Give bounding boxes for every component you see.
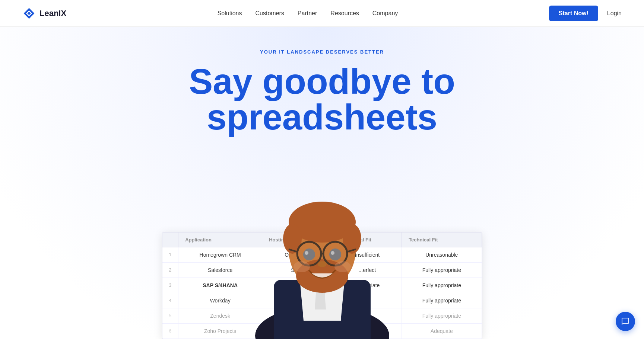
hero-section: YOUR IT LANDSCAPE DESERVES BETTER Say go… xyxy=(0,27,644,339)
table-header-row: Application Hosting Functional Fit Techn… xyxy=(162,232,482,247)
col-technical: Technical Fit xyxy=(402,232,482,247)
cell-3-4: Fully appropriate xyxy=(402,293,482,308)
nav-link-resources[interactable]: Resources xyxy=(330,10,359,17)
table-row: 1Homegrown CRMOn-Prem...InsufficientUnre… xyxy=(162,247,482,263)
cell-1-3: ...erfect xyxy=(333,263,402,278)
cell-2-0: 3 xyxy=(162,278,178,293)
cell-0-4: Unreasonable xyxy=(402,247,482,263)
cell-1-0: 2 xyxy=(162,263,178,278)
hero-headline-line1: Say goodbye to xyxy=(189,61,455,101)
spreadsheet-table: Application Hosting Functional Fit Techn… xyxy=(162,232,482,339)
cell-2-2: Private Clou... xyxy=(262,278,333,293)
cell-2-4: Fully appropriate xyxy=(402,278,482,293)
cell-3-1: Workday xyxy=(178,293,262,308)
spreadsheet-table-container: Application Hosting Functional Fit Techn… xyxy=(162,232,482,339)
hero-headline: Say goodbye to spreadsheets xyxy=(7,64,637,135)
table-row: 3SAP S/4HANAPrivate Clou......propriateF… xyxy=(162,278,482,293)
login-link[interactable]: Login xyxy=(607,10,622,17)
cell-1-2: SaaS xyxy=(262,263,333,278)
cell-5-3 xyxy=(333,324,402,339)
col-application: Application xyxy=(178,232,262,247)
cell-5-0: 6 xyxy=(162,324,178,339)
cell-5-1: Zoho Projects xyxy=(178,324,262,339)
nav-links: Solutions Customers Partner Resources Co… xyxy=(218,10,398,17)
cell-4-0: 5 xyxy=(162,308,178,324)
nav-actions: Start Now! Login xyxy=(549,6,622,21)
hero-headline-line2: spreadsheets xyxy=(207,97,437,137)
cell-3-2: SaaS xyxy=(262,293,333,308)
cell-0-2: On-Prem... xyxy=(262,247,333,263)
logo[interactable]: LeanIX xyxy=(22,7,66,20)
cell-5-2 xyxy=(262,324,333,339)
cell-2-1: SAP S/4HANA xyxy=(178,278,262,293)
table-row: 2SalesforceSaaS...erfectFully appropriat… xyxy=(162,263,482,278)
cell-1-1: Salesforce xyxy=(178,263,262,278)
cell-0-3: Insufficient xyxy=(333,247,402,263)
cell-0-1: Homegrown CRM xyxy=(178,247,262,263)
table-row: 4WorkdaySaaSFully appropriate xyxy=(162,293,482,308)
navbar: LeanIX Solutions Customers Partner Resou… xyxy=(0,0,644,27)
col-num xyxy=(162,232,178,247)
col-functional: Functional Fit xyxy=(333,232,402,247)
cell-4-2: SaaS xyxy=(262,308,333,324)
nav-link-customers[interactable]: Customers xyxy=(256,10,284,17)
nav-link-solutions[interactable]: Solutions xyxy=(218,10,242,17)
cell-4-3 xyxy=(333,308,402,324)
cell-3-0: 4 xyxy=(162,293,178,308)
table-row: 6Zoho ProjectsAdequate xyxy=(162,324,482,339)
chat-support-button[interactable] xyxy=(616,312,635,331)
cell-3-3 xyxy=(333,293,402,308)
hero-content: YOUR IT LANDSCAPE DESERVES BETTER Say go… xyxy=(7,49,637,135)
start-now-button[interactable]: Start Now! xyxy=(549,6,598,21)
cell-4-4: Fully appropriate xyxy=(402,308,482,324)
hero-eyebrow: YOUR IT LANDSCAPE DESERVES BETTER xyxy=(7,49,637,55)
nav-link-partner[interactable]: Partner xyxy=(298,10,317,17)
cell-2-3: ...propriate xyxy=(333,278,402,293)
cell-5-4: Adequate xyxy=(402,324,482,339)
table-row: 5ZendeskSaaSFully appropriate xyxy=(162,308,482,324)
nav-link-company[interactable]: Company xyxy=(372,10,398,17)
logo-icon xyxy=(22,7,36,20)
cell-0-0: 1 xyxy=(162,247,178,263)
cell-1-4: Fully appropriate xyxy=(402,263,482,278)
cell-4-1: Zendesk xyxy=(178,308,262,324)
table-body: 1Homegrown CRMOn-Prem...InsufficientUnre… xyxy=(162,247,482,339)
chat-icon xyxy=(621,317,630,326)
logo-text: LeanIX xyxy=(39,9,66,18)
col-hosting: Hosting xyxy=(262,232,333,247)
